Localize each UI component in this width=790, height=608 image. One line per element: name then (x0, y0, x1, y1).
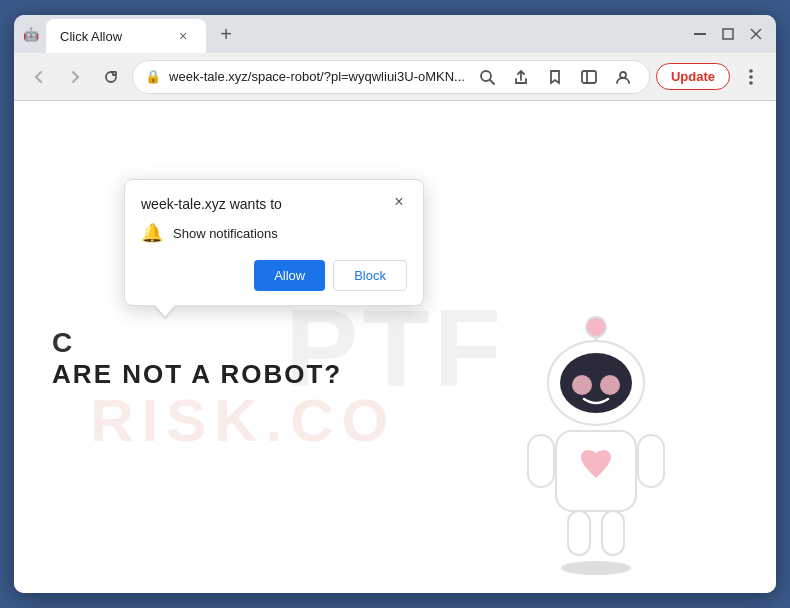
share-icon[interactable] (507, 63, 535, 91)
new-tab-button[interactable]: + (212, 20, 240, 48)
tab-favicon: 🤖 (22, 25, 40, 43)
popup-notification-row: 🔔 Show notifications (141, 222, 407, 244)
update-button[interactable]: Update (656, 63, 730, 90)
svg-rect-19 (528, 435, 554, 487)
block-button[interactable]: Block (333, 260, 407, 291)
bell-icon: 🔔 (141, 222, 163, 244)
captcha-line2: ARE NOT A ROBOT? (52, 359, 342, 390)
url-text: week-tale.xyz/space-robot/?pl=wyqwliui3U… (169, 69, 465, 84)
minimize-button[interactable] (688, 22, 712, 46)
profile-icon[interactable] (609, 63, 637, 91)
browser-window: 🤖 Click Allow × + 🔒 (14, 15, 776, 593)
refresh-button[interactable] (96, 61, 126, 93)
sidebar-icon[interactable] (575, 63, 603, 91)
robot-illustration (496, 303, 696, 583)
notification-label: Show notifications (173, 226, 278, 241)
back-button[interactable] (24, 61, 54, 93)
bookmark-icon[interactable] (541, 63, 569, 91)
address-bar: 🔒 week-tale.xyz/space-robot/?pl=wyqwliui… (14, 53, 776, 101)
svg-point-23 (561, 561, 631, 575)
tab-title: Click Allow (60, 29, 122, 44)
window-controls (688, 22, 768, 46)
allow-button[interactable]: Allow (254, 260, 325, 291)
menu-button[interactable] (736, 61, 766, 93)
popup-buttons: Allow Block (141, 260, 407, 291)
svg-point-13 (586, 317, 606, 337)
svg-rect-0 (694, 33, 706, 35)
svg-line-5 (490, 80, 494, 84)
notification-popup: week-tale.xyz wants to × 🔔 Show notifica… (124, 179, 424, 306)
svg-rect-21 (568, 511, 590, 555)
svg-rect-6 (582, 71, 596, 83)
popup-close-button[interactable]: × (387, 190, 411, 214)
page-content: PTF RISK.CO C ARE NOT A ROBOT? (14, 101, 776, 593)
svg-point-8 (620, 72, 626, 78)
search-icon[interactable] (473, 63, 501, 91)
risk-watermark: RISK.CO (90, 386, 396, 455)
popup-tail (155, 305, 175, 317)
maximize-button[interactable] (716, 22, 740, 46)
forward-button[interactable] (60, 61, 90, 93)
svg-point-17 (600, 375, 620, 395)
svg-rect-1 (723, 29, 733, 39)
captcha-line1: C (52, 327, 342, 359)
active-tab[interactable]: Click Allow × (46, 19, 206, 53)
tab-close-button[interactable]: × (174, 27, 192, 45)
svg-point-16 (572, 375, 592, 395)
lock-icon: 🔒 (145, 69, 161, 84)
svg-point-11 (749, 81, 753, 85)
url-bar[interactable]: 🔒 week-tale.xyz/space-robot/?pl=wyqwliui… (132, 60, 650, 94)
address-icons (473, 63, 637, 91)
title-bar: 🤖 Click Allow × + (14, 15, 776, 53)
captcha-area: C ARE NOT A ROBOT? (52, 327, 342, 390)
close-button[interactable] (744, 22, 768, 46)
popup-title: week-tale.xyz wants to (141, 196, 407, 212)
svg-rect-20 (638, 435, 664, 487)
svg-rect-22 (602, 511, 624, 555)
svg-point-9 (749, 69, 753, 73)
svg-point-10 (749, 75, 753, 79)
